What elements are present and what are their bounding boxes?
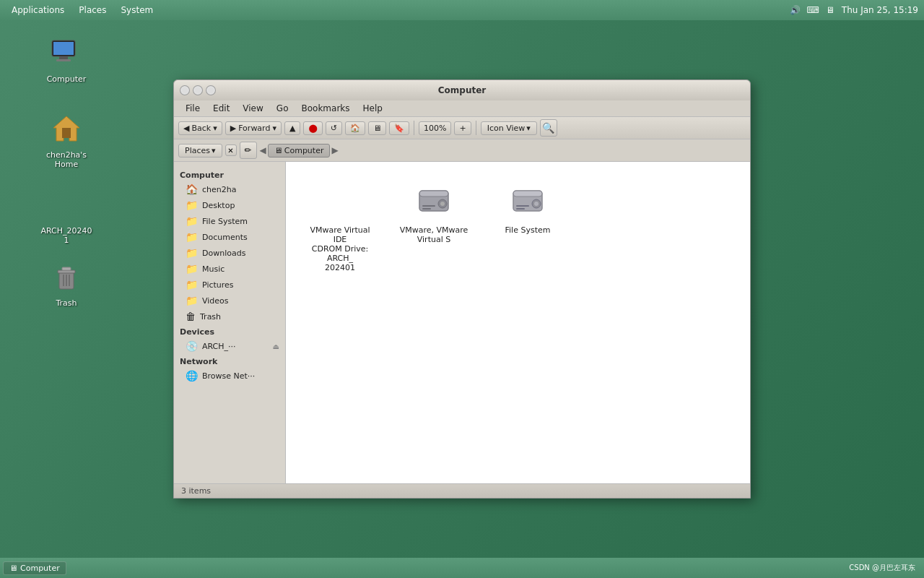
forward-arrow-icon: ▶ (230, 124, 236, 133)
zoom-in-icon: + (459, 124, 466, 133)
up-button[interactable]: ▲ (284, 121, 300, 135)
sidebar-filesystem-label: File System (202, 217, 248, 226)
sidebar: Computer 🏠 chen2ha 📁 Desktop 📁 File Syst… (174, 162, 286, 483)
sidebar-pictures-label: Pictures (202, 280, 234, 290)
sidebar-filesystem-icon: 📁 (186, 215, 198, 227)
keyboard-icon[interactable]: ⌨ (807, 4, 819, 16)
sidebar-videos-icon: 📁 (186, 295, 198, 306)
volume-icon[interactable]: 🔊 (790, 4, 801, 16)
sidebar-home-icon: 🏠 (186, 184, 198, 195)
forward-button[interactable]: ▶ Forward ▾ (225, 121, 282, 135)
svg-rect-38 (516, 208, 525, 210)
forward-label: Forward (238, 124, 270, 133)
taskbar-computer-item[interactable]: 🖥 Computer (3, 561, 66, 575)
svg-rect-31 (422, 205, 435, 207)
computer-button[interactable]: 🖥 (368, 121, 386, 135)
sidebar-arch-label: ARCH_··· (202, 342, 236, 351)
sidebar-eject-icon[interactable]: ⏏ (273, 342, 279, 350)
home-nav-icon: 🏠 (350, 124, 360, 133)
desktop-icon-trash[interactable]: Trash (38, 260, 95, 309)
back-button[interactable]: ◀ Back ▾ (178, 121, 222, 135)
menu-places[interactable]: Places (73, 4, 112, 17)
menu-edit[interactable]: Edit (207, 102, 235, 115)
back-dropdown-icon[interactable]: ▾ (213, 124, 217, 133)
taskbar-right-label: CSDN @月巴左耳东 (849, 563, 921, 573)
home-icon-label: chen2ha's Home (38, 150, 95, 170)
sidebar-videos-label: Videos (202, 296, 229, 306)
bookmarks-button[interactable]: 🔖 (389, 121, 409, 135)
menu-file[interactable]: File (180, 102, 206, 115)
file-view: VMware Virtual IDECDROM Drive: ARCH_2024… (286, 162, 750, 483)
places-dropdown[interactable]: Places ▾ (178, 144, 222, 158)
arch-icon-img (49, 188, 84, 223)
bookmarks-icon: 🔖 (394, 124, 404, 133)
zoom-in-button[interactable]: + (454, 121, 471, 135)
top-panel-right: 🔊 ⌨ 🖥 Thu Jan 25, 15:19 (790, 4, 918, 16)
zoom-control: 100% (419, 121, 451, 135)
sidebar-item-pictures[interactable]: 📁 Pictures (174, 277, 285, 293)
menu-help[interactable]: Help (357, 102, 388, 115)
menu-system[interactable]: System (115, 4, 159, 17)
status-text: 3 items (181, 486, 211, 496)
minimize-icon (195, 87, 201, 93)
window-title: Computer (438, 85, 486, 95)
sidebar-section-network: Network (174, 354, 285, 368)
view-selector[interactable]: Icon View ▾ (481, 121, 537, 135)
desktop-icon-home[interactable]: chen2ha's Home (38, 112, 95, 170)
sidebar-documents-icon: 📁 (186, 231, 198, 243)
menu-view[interactable]: View (237, 102, 269, 115)
sidebar-item-arch[interactable]: 💿 ARCH_··· ⏏ (174, 338, 285, 354)
svg-rect-3 (56, 59, 71, 61)
path-edit-button[interactable]: ✏ (240, 142, 257, 159)
window-close-button[interactable] (180, 85, 190, 95)
window-minimize-button[interactable] (193, 85, 203, 95)
sidebar-item-browse-network[interactable]: 🌐 Browse Net··· (174, 368, 285, 384)
top-panel-menus: Applications Places System (6, 4, 159, 17)
sidebar-item-music[interactable]: 📁 Music (174, 261, 285, 277)
desktop-icon-computer[interactable]: Computer (38, 36, 95, 85)
places-label: Places (185, 146, 210, 155)
file-item-cdrom[interactable]: VMware Virtual IDECDROM Drive: ARCH_2024… (300, 176, 380, 277)
sidebar-item-trash[interactable]: 🗑 Trash (174, 309, 285, 324)
path-right-arrow[interactable]: ▶ (331, 145, 338, 155)
menu-applications[interactable]: Applications (6, 4, 70, 17)
file-item-vmware-s[interactable]: VMware, VMwareVirtual S (394, 176, 474, 277)
file-item-filesystem[interactable]: File System (488, 176, 567, 277)
sidebar-item-videos[interactable]: 📁 Videos (174, 293, 285, 309)
window-maximize-button[interactable] (206, 85, 216, 95)
svg-point-19 (195, 87, 201, 93)
computer-path-button[interactable]: 🖥 Computer (268, 144, 331, 158)
sidebar-item-downloads[interactable]: 📁 Downloads (174, 245, 285, 261)
search-button[interactable]: 🔍 (540, 119, 557, 137)
stop-button[interactable]: ⬤ (303, 121, 322, 135)
sidebar-downloads-label: Downloads (202, 249, 245, 258)
sidebar-trash-label: Trash (200, 312, 221, 322)
menu-bookmarks[interactable]: Bookmarks (295, 102, 355, 115)
desktop-icon-arch[interactable]: ARCH_202401 (38, 188, 95, 246)
bottom-panel: 🖥 Computer CSDN @月巴左耳东 (0, 558, 924, 578)
display-icon[interactable]: 🖥 (824, 4, 836, 16)
computer-path-label: Computer (284, 146, 324, 155)
sidebar-item-chen2ha[interactable]: 🏠 chen2ha (174, 181, 285, 197)
path-left-arrow[interactable]: ◀ (260, 145, 266, 155)
zoom-value: 100% (424, 124, 446, 133)
forward-dropdown-icon[interactable]: ▾ (272, 124, 276, 133)
svg-rect-34 (513, 191, 542, 197)
sidebar-item-desktop[interactable]: 📁 Desktop (174, 197, 285, 213)
sidebar-music-label: Music (202, 264, 225, 274)
sidebar-desktop-label: Desktop (202, 201, 235, 210)
refresh-button[interactable]: ↺ (326, 121, 342, 135)
sidebar-item-filesystem[interactable]: 📁 File System (174, 213, 285, 229)
menubar: File Edit View Go Bookmarks Help (174, 100, 750, 117)
window-controls (180, 85, 216, 95)
trash-icon-img (49, 260, 84, 295)
vmware-s-file-icon (414, 181, 454, 221)
taskbar-computer-label: Computer (20, 564, 60, 573)
menu-go[interactable]: Go (271, 102, 295, 115)
sidebar-item-documents[interactable]: 📁 Documents (174, 229, 285, 245)
places-close-button[interactable]: ✕ (225, 144, 237, 156)
toolbar-separator (414, 121, 414, 135)
home-button[interactable]: 🏠 (345, 121, 365, 135)
svg-point-20 (208, 87, 214, 93)
svg-point-18 (182, 87, 188, 93)
